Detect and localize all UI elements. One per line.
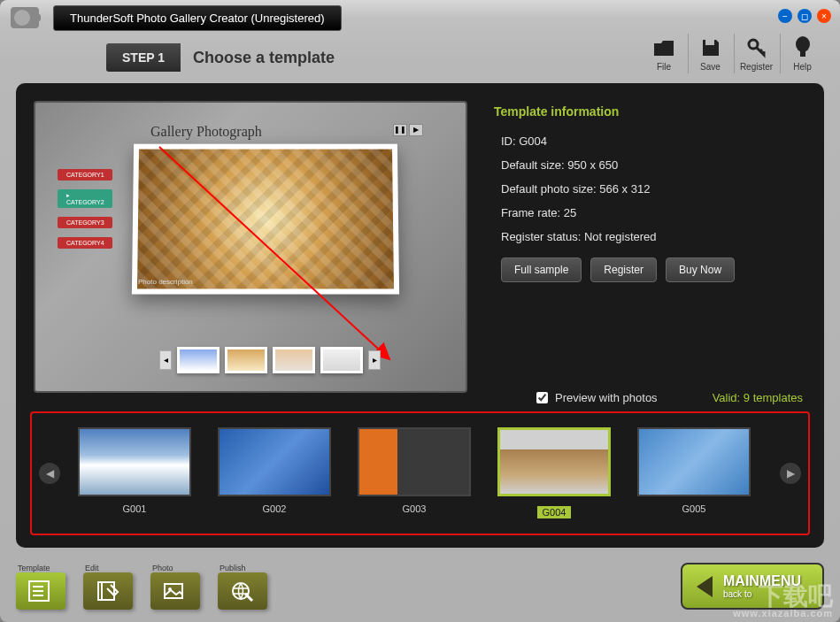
maximize-button[interactable]: ◻ xyxy=(798,9,812,23)
bulb-icon xyxy=(790,35,815,60)
info-register-button[interactable]: Register xyxy=(590,257,657,282)
thumb-next[interactable]: ▸ xyxy=(368,350,381,370)
template-name: G002 xyxy=(218,503,331,514)
template-info: Template information ID: G004 Default si… xyxy=(494,101,806,402)
tab-photo[interactable]: Photo xyxy=(150,564,204,610)
template-thumb-G001[interactable] xyxy=(78,427,191,496)
template-thumb-G004[interactable] xyxy=(497,427,611,496)
category-tag-1[interactable]: CATEGORY1 xyxy=(58,169,112,180)
app-window: ThunderSoft Photo Gallery Creator (Unreg… xyxy=(0,0,840,622)
strip-items: G001G002G003G004G005G006 xyxy=(78,427,762,519)
strip-prev[interactable]: ◀ xyxy=(39,463,60,484)
thumb-3[interactable] xyxy=(273,347,315,373)
main-menu-sub: back to xyxy=(723,589,801,599)
step-tabs: Template Edit Photo Publish xyxy=(16,564,271,610)
main-menu-label: MAINMENU xyxy=(723,573,801,588)
preview-photos-checkbox[interactable] xyxy=(536,392,548,403)
template-thumb-G002[interactable] xyxy=(218,427,331,496)
save-button[interactable]: Save xyxy=(688,34,732,73)
file-icon xyxy=(651,35,676,60)
full-sample-button[interactable]: Full sample xyxy=(501,257,582,282)
back-arrow-icon xyxy=(697,576,713,597)
preview-area: Gallery Photograph ❚❚ ▶ CATEGORY1▸ CATEG… xyxy=(34,101,806,402)
template-name: G004 xyxy=(537,506,572,518)
register-button[interactable]: Register xyxy=(734,34,778,73)
tab-publish[interactable]: Publish xyxy=(218,564,271,610)
template-G002[interactable]: G002 xyxy=(218,427,331,519)
photo-icon xyxy=(150,572,200,610)
app-title: ThunderSoft Photo Gallery Creator (Unreg… xyxy=(53,5,342,31)
gallery-title: Gallery Photograph xyxy=(150,124,262,140)
template-thumb-G003[interactable] xyxy=(358,427,471,496)
window-controls: − ◻ × xyxy=(778,9,831,23)
info-photo-size: Default photo size: 566 x 312 xyxy=(501,182,806,196)
main-photo xyxy=(132,144,399,295)
minimize-button[interactable]: − xyxy=(778,9,792,23)
category-tags: CATEGORY1▸ CATEGORY2CATEGORY3CATEGORY4 xyxy=(58,169,112,249)
publish-icon xyxy=(218,572,267,610)
file-button[interactable]: File xyxy=(642,34,686,73)
template-preview: Gallery Photograph ❚❚ ▶ CATEGORY1▸ CATEG… xyxy=(34,101,467,393)
save-icon xyxy=(698,35,723,60)
photo-description: Photo description xyxy=(138,278,193,286)
preview-checkbox-row[interactable]: Preview with photos xyxy=(536,391,658,404)
template-name: G001 xyxy=(78,503,191,514)
tab-edit[interactable]: Edit xyxy=(83,564,136,610)
preview-checkbox-label: Preview with photos xyxy=(555,391,658,404)
thumb-1[interactable] xyxy=(177,347,220,373)
edit-icon xyxy=(83,572,133,610)
main-panel: Gallery Photograph ❚❚ ▶ CATEGORY1▸ CATEG… xyxy=(16,83,824,548)
category-tag-2[interactable]: ▸ CATEGORY2 xyxy=(58,189,112,208)
info-buttons: Full sample Register Buy Now xyxy=(501,257,806,282)
thumb-4[interactable] xyxy=(320,347,363,373)
player-controls: ❚❚ ▶ xyxy=(393,124,423,136)
strip-next[interactable]: ▶ xyxy=(780,463,801,484)
template-icon xyxy=(16,572,66,610)
bottom-bar: Template Edit Photo Publish xyxy=(16,557,824,610)
template-name: G005 xyxy=(637,503,751,514)
template-G004[interactable]: G004 xyxy=(497,427,611,519)
template-G005[interactable]: G005 xyxy=(637,427,751,519)
template-G003[interactable]: G003 xyxy=(358,427,471,519)
main-menu-button[interactable]: MAINMENU back to xyxy=(681,563,824,610)
key-icon xyxy=(744,35,769,60)
app-logo-icon xyxy=(11,7,39,28)
titlebar: ThunderSoft Photo Gallery Creator (Unreg… xyxy=(0,0,840,35)
category-tag-4[interactable]: CATEGORY4 xyxy=(58,237,112,249)
close-button[interactable]: × xyxy=(817,9,831,23)
buy-now-button[interactable]: Buy Now xyxy=(666,257,735,282)
info-size: Default size: 950 x 650 xyxy=(501,158,806,172)
category-tag-3[interactable]: CATEGORY3 xyxy=(58,217,112,228)
template-strip: ◀ G001G002G003G004G005G006 ▶ xyxy=(30,411,810,535)
info-register-status: Register status: Not registered xyxy=(501,230,806,243)
info-framerate: Frame rate: 25 xyxy=(501,206,806,219)
thumb-2[interactable] xyxy=(225,347,267,373)
valid-count: Valid: 9 templates xyxy=(713,391,803,404)
thumb-prev[interactable]: ◂ xyxy=(159,350,172,370)
step-title: Choose a template xyxy=(193,49,335,67)
svg-rect-2 xyxy=(800,51,805,57)
step-number: STEP 1 xyxy=(106,43,181,72)
template-thumb-G005[interactable] xyxy=(637,427,751,496)
template-name: G003 xyxy=(358,503,471,514)
info-title: Template information xyxy=(494,104,806,119)
preview-thumbs: ◂ ▸ xyxy=(159,347,381,373)
info-id: ID: G004 xyxy=(501,134,806,148)
pause-icon[interactable]: ❚❚ xyxy=(393,124,407,136)
svg-point-1 xyxy=(796,36,810,52)
tab-template[interactable]: Template xyxy=(16,564,69,610)
template-G001[interactable]: G001 xyxy=(78,427,191,519)
top-toolbar: File Save Register Help xyxy=(642,34,824,73)
help-button[interactable]: Help xyxy=(780,34,824,73)
play-icon[interactable]: ▶ xyxy=(409,124,423,136)
